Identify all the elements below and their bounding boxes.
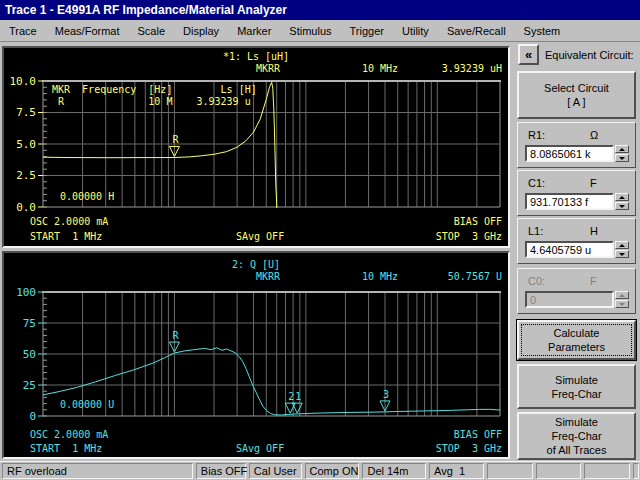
e4991a-analyzer-window: Trace 1 - E4991A RF Impedance/Material A… — [0, 0, 640, 480]
r1-parameter-group: R1: Ω 8.0865061 k — [517, 122, 636, 168]
status-cal: Cal User — [249, 463, 302, 479]
ls-trace-panel: 0.02.55.07.510.0R *1: Ls [uH] MKRR 10 MH… — [2, 46, 510, 248]
trace2-osc-level: OSC 2.0000 mA — [30, 430, 108, 440]
status-bar: RF overload Bias OFF Cal User Comp ON De… — [0, 461, 640, 480]
simulate-freq-char-button[interactable]: Simulate Freq-Char — [517, 364, 636, 409]
trace2-bias-state: BIAS OFF — [454, 430, 502, 440]
status-empty-cell — [633, 463, 639, 479]
simulate-freq-char-all-traces-button[interactable]: Simulate Freq-Char of All Traces — [517, 412, 636, 460]
trace1-stop-freq: STOP 3 GHz — [436, 232, 502, 242]
window-title: Trace 1 - E4991A RF Impedance/Material A… — [5, 3, 287, 17]
trace2-marker-value: 50.7567 U — [448, 272, 502, 282]
l1-spin-down-icon[interactable] — [615, 250, 629, 258]
svg-text:50: 50 — [23, 348, 36, 361]
trace1-marker-table-row: R 10 M 3.93239 u — [52, 97, 251, 107]
select-circuit-button[interactable]: Select Circuit [ A ] — [517, 71, 636, 119]
trace2-title: 2: Q [U] — [4, 260, 508, 270]
trace1-marker-value: 3.93239 uH — [442, 64, 502, 74]
trace2-marker-freq: 10 MHz — [362, 272, 398, 282]
svg-text:R: R — [172, 134, 179, 145]
title-bar: Trace 1 - E4991A RF Impedance/Material A… — [0, 0, 640, 20]
sidebar-title: Equivalent Circuit: — [545, 49, 634, 61]
c0-spinner — [615, 291, 629, 308]
svg-text:3: 3 — [383, 389, 389, 400]
svg-text:5.0: 5.0 — [16, 138, 36, 151]
c0-value-input: 0 — [525, 291, 614, 308]
svg-text:1: 1 — [295, 391, 301, 402]
c1-parameter-group: C1: F 931.70133 f — [517, 170, 636, 216]
trace1-osc-level: OSC 2.0000 mA — [30, 217, 108, 227]
r1-spin-down-icon[interactable] — [615, 154, 629, 162]
sidebar-collapse-button[interactable]: « — [518, 44, 539, 65]
status-empty-cell — [584, 463, 630, 479]
trace1-marker-freq: 10 MHz — [362, 64, 398, 74]
r1-spin-up-icon[interactable] — [615, 145, 629, 153]
trace1-bias-state: BIAS OFF — [454, 217, 502, 227]
r1-value-input[interactable]: 8.0865061 k — [525, 145, 614, 162]
menu-meas-format[interactable]: Meas/Format — [46, 22, 129, 40]
c0-unit: F — [590, 275, 597, 287]
svg-text:2.5: 2.5 — [16, 169, 36, 182]
c0-label: C0: — [528, 275, 545, 287]
l1-label: L1: — [528, 225, 543, 237]
menu-save-recall[interactable]: Save/Recall — [438, 22, 515, 40]
svg-text:R: R — [172, 330, 179, 341]
c0-parameter-group: C0: F 0 — [517, 268, 636, 314]
status-empty-cell — [487, 463, 533, 479]
l1-spinner[interactable] — [615, 241, 629, 258]
menu-system[interactable]: System — [515, 22, 570, 40]
calculate-parameters-button[interactable]: Calculate Parameters — [517, 320, 636, 360]
q-trace-plot: 0255075100R213 — [4, 253, 508, 457]
menu-trace[interactable]: Trace — [0, 22, 46, 40]
menu-scale[interactable]: Scale — [129, 22, 175, 40]
c1-spin-down-icon[interactable] — [615, 202, 629, 210]
trace2-stop-freq: STOP 3 GHz — [436, 444, 502, 454]
q-trace-panel: 0255075100R213 2: Q [U] MKRR 10 MHz 50.7… — [2, 251, 510, 459]
menu-marker[interactable]: Marker — [228, 22, 280, 40]
status-empty-cell — [536, 463, 582, 479]
svg-text:25: 25 — [23, 379, 36, 392]
c1-value-input[interactable]: 931.70133 f — [525, 193, 614, 210]
trace1-marker-table-header: MKR Frequency [Hz] Ls [H] — [52, 85, 257, 95]
menu-display[interactable]: Display — [174, 22, 228, 40]
l1-spin-up-icon[interactable] — [615, 241, 629, 249]
status-bias: Bias OFF — [196, 463, 246, 479]
svg-text:0.0: 0.0 — [16, 201, 36, 214]
status-delay: Del 14m — [362, 463, 426, 479]
svg-text:7.5: 7.5 — [16, 106, 36, 119]
c1-spin-up-icon[interactable] — [615, 193, 629, 201]
trace1-title: *1: Ls [uH] — [4, 52, 508, 62]
trace2-reference-label: 0.00000 U — [60, 400, 114, 410]
status-avg: Avg 1 — [429, 463, 484, 479]
menu-stimulus[interactable]: Stimulus — [280, 22, 340, 40]
menu-bar: Trace Meas/Format Scale Display Marker S… — [0, 20, 640, 42]
trace2-marker-mode: MKRR — [256, 272, 280, 282]
r1-spinner[interactable] — [615, 145, 629, 162]
c0-spin-up-icon — [615, 291, 629, 299]
c0-spin-down-icon — [615, 300, 629, 308]
svg-text:0: 0 — [29, 410, 36, 423]
status-message: RF overload — [2, 463, 193, 479]
c1-label: C1: — [528, 177, 545, 189]
l1-value-input[interactable]: 4.6405759 u — [525, 241, 614, 258]
r1-label: R1: — [528, 129, 545, 141]
svg-text:75: 75 — [23, 317, 36, 330]
trace1-start-freq: START 1 MHz — [30, 232, 102, 242]
status-comp: Comp ON — [305, 463, 360, 479]
trace1-marker-mode: MKRR — [256, 64, 280, 74]
menu-trigger[interactable]: Trigger — [341, 22, 393, 40]
c1-spinner[interactable] — [615, 193, 629, 210]
trace1-reference-label: 0.00000 H — [60, 192, 114, 202]
r1-unit: Ω — [590, 129, 598, 141]
trace1-savg-state: SAvg OFF — [236, 232, 284, 242]
l1-parameter-group: L1: H 4.6405759 u — [517, 218, 636, 264]
trace2-start-freq: START 1 MHz — [30, 444, 102, 454]
c1-unit: F — [590, 177, 597, 189]
trace2-savg-state: SAvg OFF — [236, 444, 284, 454]
svg-text:10.0: 10.0 — [10, 75, 37, 88]
l1-unit: H — [590, 225, 598, 237]
equivalent-circuit-sidebar: « Equivalent Circuit: Select Circuit [ A… — [512, 42, 640, 461]
svg-text:2: 2 — [288, 391, 294, 402]
svg-text:100: 100 — [16, 286, 36, 299]
menu-utility[interactable]: Utility — [393, 22, 438, 40]
